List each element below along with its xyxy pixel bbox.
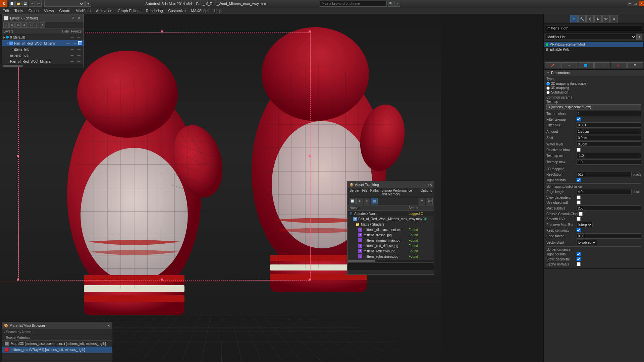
- filter-texmap-checkbox[interactable]: [577, 117, 581, 121]
- layer-create-btn[interactable]: +: [3, 22, 9, 28]
- layer-freeze-left[interactable]: —: [75, 48, 82, 51]
- at-refresh-btn[interactable]: 🔄: [349, 198, 356, 204]
- menu-help[interactable]: Help: [211, 7, 224, 14]
- pin-stack-btn[interactable]: 📌: [545, 62, 560, 68]
- at-row-main-file[interactable]: M Pair_of_Red_Wool_Mittens_max_vray.max …: [347, 216, 434, 222]
- mod-item-editable-poly[interactable]: Editable Poly: [544, 47, 643, 52]
- amount-input[interactable]: [577, 129, 641, 134]
- tight-bounds-checkbox[interactable]: [577, 178, 581, 182]
- layer-move-up-btn[interactable]: ↑: [28, 22, 33, 28]
- show-all-btn[interactable]: ≡: [561, 62, 577, 68]
- at-row-fresnel[interactable]: T mittens_fresnel.jpg Found: [347, 232, 434, 238]
- at-menu-bitmap[interactable]: Bitmap Performance and Memory: [381, 189, 418, 196]
- layers-scrollbar[interactable]: [2, 64, 84, 67]
- layer-hide-btn[interactable]: 👁: [15, 22, 21, 28]
- at-row-diffuse[interactable]: T mittens_red_diffuse.jpg Found: [347, 243, 434, 248]
- layer-visibility-pair-sub[interactable]: —: [69, 60, 75, 63]
- mat-item-red[interactable]: mittens_red (VRayMtl) [mittens_left, mit…: [2, 347, 112, 353]
- layer-row-default[interactable]: ▶ 0 (default) — —: [2, 34, 84, 40]
- type-subdiv-radio[interactable]: [546, 91, 550, 94]
- menu-maxscript[interactable]: MAXScript: [189, 7, 211, 14]
- at-scrollbar[interactable]: [347, 259, 434, 262]
- at-row-displacement[interactable]: T mittens_displacement.exr Found: [347, 227, 434, 232]
- texture-chan-input[interactable]: [577, 111, 641, 116]
- preserve-map-select[interactable]: Interp: [577, 222, 593, 227]
- layer-visibility-pair[interactable]: —: [65, 42, 71, 45]
- undo-icon[interactable]: ↩: [29, 1, 35, 7]
- close-btn[interactable]: ✕: [639, 1, 644, 6]
- tight-bounds-3d-checkbox[interactable]: [577, 252, 581, 256]
- layers-help-btn[interactable]: ?: [70, 15, 75, 21]
- type-3d-radio[interactable]: [546, 86, 550, 90]
- create-panel-btn[interactable]: ✦: [570, 15, 578, 22]
- menu-tools[interactable]: Tools: [12, 7, 26, 14]
- texmap-value-btn[interactable]: 3 (mittens_displacement.exr): [546, 104, 641, 110]
- use-object-mtl-checkbox[interactable]: [577, 200, 581, 204]
- layer-move-down-btn[interactable]: ↓: [34, 22, 39, 28]
- minimize-btn[interactable]: ─: [627, 1, 633, 6]
- redo-icon[interactable]: ↪: [36, 1, 42, 7]
- at-menu-paths[interactable]: Paths: [370, 189, 379, 196]
- layer-row-mittens-rigth[interactable]: mittens_rigth — —: [2, 52, 84, 58]
- view-dependent-checkbox[interactable]: [577, 195, 581, 199]
- filter-blur-input[interactable]: [577, 122, 641, 128]
- at-minimize-btn[interactable]: ─: [424, 183, 426, 187]
- at-path-input[interactable]: [347, 263, 434, 270]
- mod-item-vray-displacement[interactable]: VRayDisplacementMod: [544, 42, 643, 47]
- params-section-header[interactable]: ▼ Parameters: [544, 70, 644, 76]
- type-2d-radio[interactable]: [546, 82, 550, 85]
- max-subdivs-input[interactable]: [577, 205, 641, 211]
- menu-modifiers[interactable]: Modifiers: [73, 7, 93, 14]
- layer-freeze-pair[interactable]: —: [71, 42, 78, 45]
- at-help-btn[interactable]: ?: [419, 198, 425, 204]
- workspace-select[interactable]: [44, 1, 85, 7]
- layer-freeze-default[interactable]: —: [75, 36, 82, 39]
- open-file-icon[interactable]: 📂: [15, 1, 21, 7]
- layer-freeze-rigth[interactable]: —: [75, 54, 82, 57]
- water-level-input[interactable]: [577, 141, 641, 147]
- search-input[interactable]: [321, 2, 372, 5]
- mod-config-btn[interactable]: ⚙: [627, 62, 643, 68]
- classic-catmull-checkbox[interactable]: [579, 212, 583, 216]
- menu-views[interactable]: Views: [41, 7, 56, 14]
- at-close-btn[interactable]: ✕: [429, 183, 432, 187]
- layer-visibility-left[interactable]: —: [69, 48, 75, 51]
- workspace-dropdown-btn[interactable]: ▼: [85, 1, 91, 7]
- layer-row-pair-sub[interactable]: Pair_of_Red_Wool_Mittens — —: [2, 58, 84, 64]
- resolution-input[interactable]: [577, 172, 632, 177]
- at-settings-btn[interactable]: ⚙: [426, 198, 433, 204]
- search-icon[interactable]: 🔍: [388, 1, 394, 7]
- texmap-max-input[interactable]: [577, 159, 641, 165]
- menu-customize[interactable]: Customize: [166, 7, 189, 14]
- hierarchy-panel-btn[interactable]: ⛓: [586, 15, 594, 22]
- at-menu-options[interactable]: Options: [421, 189, 432, 196]
- layer-row-pair[interactable]: ▼ Pair_of_Red_Wool_Mittens — —: [2, 40, 84, 46]
- menu-rendering[interactable]: Rendering: [143, 7, 166, 14]
- new-file-icon[interactable]: 📄: [9, 1, 15, 7]
- layer-row-mittens-left[interactable]: mittens_left — —: [2, 46, 84, 52]
- menu-create[interactable]: Create: [56, 7, 73, 14]
- save-file-icon[interactable]: 💾: [22, 1, 28, 7]
- layer-freeze-btn[interactable]: ❄: [21, 22, 27, 28]
- at-row-maps-folder[interactable]: 📁 Maps / Shaders: [347, 222, 434, 227]
- display-panel-btn[interactable]: 👁: [602, 15, 610, 22]
- at-row-reflection[interactable]: T mittens_reflection.jpg Found: [347, 248, 434, 254]
- motion-panel-btn[interactable]: ▶: [594, 15, 602, 22]
- make-unique-btn[interactable]: *: [594, 62, 610, 68]
- menu-animation[interactable]: Animation: [93, 7, 115, 14]
- modifier-dropdown-btn[interactable]: ▼: [637, 34, 642, 40]
- object-name-input[interactable]: [546, 25, 642, 31]
- relative-bbox-checkbox[interactable]: [577, 148, 581, 152]
- layers-close-btn[interactable]: ✕: [76, 15, 82, 21]
- layer-settings-btn[interactable]: ⚙: [40, 22, 45, 28]
- modifier-list-select[interactable]: Modifier List: [546, 34, 637, 40]
- menu-graph-editors[interactable]: Graph Editors: [115, 7, 143, 14]
- modify-panel-btn[interactable]: 🔧: [578, 15, 586, 22]
- at-menu-file[interactable]: File: [362, 189, 367, 196]
- vector-displ-select[interactable]: Disabled: [577, 240, 597, 245]
- at-list-btn[interactable]: ≡: [356, 198, 363, 204]
- edge-length-input[interactable]: [577, 189, 632, 194]
- menu-group[interactable]: Group: [26, 7, 42, 14]
- at-row-glossiness[interactable]: T mittens_rglossiness.jpg Found: [347, 254, 434, 259]
- at-row-vault[interactable]: 🗄 Autodesk Vault Logged O: [347, 211, 434, 216]
